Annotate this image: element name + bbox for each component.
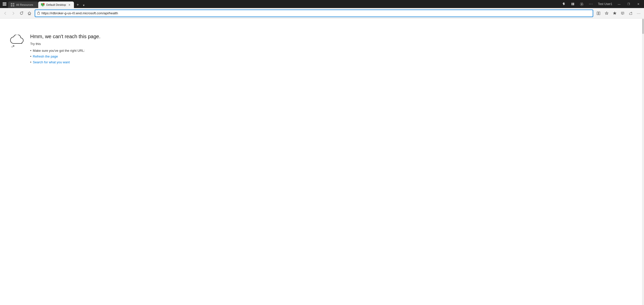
extensions-icon[interactable] <box>560 1 568 8</box>
reading-mode-icon[interactable] <box>569 1 577 8</box>
error-container: Hmm, we can't reach this page. Try this … <box>10 34 634 66</box>
error-list-item-refresh: Refresh the page <box>30 55 101 58</box>
scrollbar[interactable] <box>642 19 644 305</box>
try-this-label: Try this <box>30 42 101 46</box>
page-content: Hmm, we can't reach this page. Try this … <box>0 19 644 305</box>
svg-rect-20 <box>599 12 600 15</box>
svg-point-17 <box>581 4 582 5</box>
new-tab-button[interactable]: + <box>74 2 81 8</box>
share-icon[interactable] <box>627 10 634 17</box>
error-list-item-search: Search for what you want <box>30 60 101 64</box>
titlebar-actions: ··· Test User1 <box>560 1 614 8</box>
svg-rect-1 <box>4 2 5 3</box>
favorites-icon[interactable] <box>611 10 618 17</box>
username-label: Test User1 <box>596 2 614 6</box>
svg-rect-6 <box>3 5 4 6</box>
cloud-icon <box>10 34 25 48</box>
add-to-favorites-icon[interactable] <box>603 10 610 17</box>
tab-favicon-default-desktop <box>41 3 45 7</box>
svg-rect-9 <box>11 3 12 5</box>
back-button[interactable] <box>2 10 9 17</box>
search-link[interactable]: Search for what you want <box>33 60 70 64</box>
tab-close-button[interactable]: ✕ <box>67 3 71 7</box>
close-button[interactable]: ✕ <box>633 0 643 8</box>
svg-point-16 <box>43 3 45 5</box>
error-url-text: Make sure you've got the right URL: <box>33 49 85 53</box>
waffle-menu[interactable] <box>1 1 8 8</box>
svg-rect-19 <box>597 12 598 15</box>
svg-rect-3 <box>3 4 4 5</box>
more-icon[interactable]: ··· <box>587 1 595 8</box>
address-bar[interactable] <box>35 10 593 17</box>
svg-point-21 <box>13 45 14 46</box>
svg-rect-15 <box>42 6 44 6</box>
tab-bar: All Resources Default Desktop ✕ + ▾ <box>8 0 284 8</box>
svg-rect-0 <box>3 2 4 3</box>
error-title: Hmm, we can't reach this page. <box>30 34 101 39</box>
svg-rect-5 <box>5 4 6 5</box>
error-content: Hmm, we can't reach this page. Try this … <box>30 34 101 66</box>
tab-all-resources-label: All Resources <box>16 3 36 6</box>
forward-button[interactable] <box>10 10 17 17</box>
tab-favicon-all-resources <box>11 3 15 7</box>
home-button[interactable] <box>26 10 33 17</box>
svg-rect-7 <box>4 5 5 6</box>
web-notes-icon[interactable] <box>619 10 626 17</box>
tab-all-resources[interactable]: All Resources <box>8 2 38 8</box>
restore-button[interactable]: ❐ <box>624 0 633 8</box>
settings-icon[interactable] <box>578 1 586 8</box>
more-tools-icon[interactable]: ··· <box>635 10 642 17</box>
address-input[interactable] <box>41 11 591 15</box>
refresh-button[interactable] <box>18 10 25 17</box>
window-controls: — ❐ ✕ <box>614 0 643 8</box>
reading-view-icon[interactable] <box>595 10 602 17</box>
svg-rect-10 <box>13 3 14 5</box>
lock-icon <box>37 11 40 15</box>
scrollbar-thumb[interactable] <box>642 19 644 34</box>
error-list-item-url: Make sure you've got the right URL: <box>30 49 101 53</box>
svg-rect-8 <box>5 5 6 6</box>
svg-rect-2 <box>5 2 6 3</box>
svg-rect-4 <box>4 4 5 5</box>
tab-dropdown-button[interactable]: ▾ <box>81 3 87 8</box>
minimize-button[interactable]: — <box>614 0 624 8</box>
tab-default-desktop-label: Default Desktop <box>46 3 66 6</box>
svg-rect-18 <box>38 13 40 14</box>
tab-default-desktop[interactable]: Default Desktop ✕ <box>38 2 74 8</box>
svg-rect-11 <box>11 5 12 7</box>
navbar: ··· <box>0 8 644 19</box>
svg-rect-12 <box>13 5 14 7</box>
svg-rect-14 <box>42 6 43 6</box>
titlebar: All Resources Default Desktop ✕ + ▾ <box>0 0 644 8</box>
refresh-link[interactable]: Refresh the page <box>33 55 58 58</box>
navbar-right: ··· <box>595 10 642 17</box>
svg-point-22 <box>12 47 12 47</box>
error-list: Make sure you've got the right URL: Refr… <box>30 49 101 64</box>
